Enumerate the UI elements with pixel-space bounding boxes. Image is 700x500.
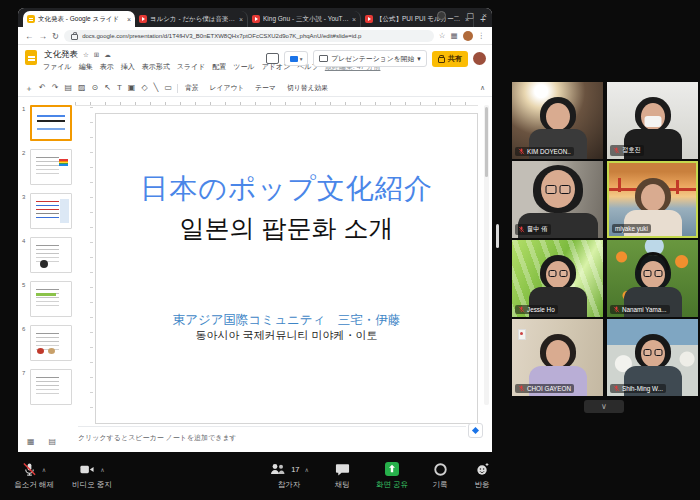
slide-credit-japanese[interactable]: 東アジア国際コミュニティ 三宅・伊藤 — [96, 312, 477, 329]
participant-name-label: miyake yuki — [612, 224, 651, 233]
back-icon[interactable]: ← — [25, 31, 34, 41]
profile-avatar[interactable] — [463, 31, 473, 41]
close-button[interactable]: × — [482, 11, 487, 20]
select-cursor-icon[interactable]: ↖ — [104, 83, 111, 94]
comment-history-icon[interactable] — [266, 53, 279, 64]
share-screen-button[interactable]: 화면 공유 — [366, 461, 418, 490]
grid-view-icon[interactable]: ▤ — [49, 437, 57, 446]
present-caret-icon[interactable]: ▾ — [417, 55, 420, 63]
presenter-view-button[interactable]: ▾ — [284, 51, 308, 66]
menu-item[interactable]: 表示 — [100, 62, 114, 72]
muted-mic-icon — [518, 306, 525, 313]
slide-title-korean[interactable]: 일본의 팝문화 소개 — [96, 212, 477, 245]
view-toggle-icons: ▦ ▤ — [27, 437, 56, 446]
insert-line-icon[interactable]: ╲ — [154, 83, 159, 94]
menu-item[interactable]: 表示形式 — [142, 62, 170, 72]
padlock-icon — [71, 34, 78, 40]
browser-tab[interactable]: King Gnu - 三文小説 - YouTube× — [248, 11, 361, 27]
glasses — [545, 185, 570, 194]
start-presentation-button[interactable]: プレゼンテーションを開始 ▾ — [313, 50, 426, 67]
print-icon[interactable]: ▤ — [64, 83, 72, 94]
document-title[interactable]: 文化発表 — [44, 49, 78, 61]
camera-icon — [79, 462, 95, 477]
collapse-toolbar-icon[interactable]: ∧ — [480, 84, 485, 92]
glasses — [643, 270, 662, 277]
tab-close-icon[interactable]: × — [127, 16, 131, 23]
slide-thumbnail[interactable] — [30, 369, 72, 405]
undo-icon[interactable]: ↶ — [39, 83, 46, 94]
menu-item[interactable]: ツール — [233, 62, 254, 72]
unmute-button[interactable]: ∧ 음소거 해제 — [6, 461, 62, 490]
participant-tile[interactable]: miyake yuki — [607, 161, 698, 238]
menu-item[interactable]: スライド — [177, 62, 206, 72]
browser-profile-icon[interactable] — [437, 11, 446, 20]
extension-icon[interactable]: ▦ — [450, 31, 457, 40]
menu-item[interactable]: ファイル — [43, 62, 72, 72]
toolbar-button[interactable]: 切り替え効果 — [285, 83, 330, 93]
participant-name-label: 畠中 侑 — [515, 224, 551, 235]
mic-options-caret[interactable]: ∧ — [42, 466, 46, 473]
slide-credit-korean[interactable]: 동아시아 국제커뮤니티 미야케・이토 — [96, 328, 477, 343]
slide-thumbnail[interactable] — [30, 281, 72, 317]
participant-tile[interactable]: CHOI GAYEON — [512, 319, 603, 396]
slide-thumbnail[interactable] — [30, 105, 72, 141]
participant-tile[interactable]: KIM DOYEON.. — [512, 82, 603, 159]
participant-tile[interactable]: Shih-Ming W... — [607, 319, 698, 396]
move-folder-icon[interactable]: ⊞ — [94, 51, 99, 59]
insert-comment-icon[interactable]: ▭ — [164, 83, 172, 94]
maximize-button[interactable]: ▢ — [467, 11, 475, 20]
page-url: docs.google.com/presentation/d/1T4fHV3_B… — [82, 33, 361, 39]
address-bar[interactable]: docs.google.com/presentation/d/1T4fHV3_B… — [64, 30, 434, 42]
slide-title-japanese[interactable]: 日本のポップ文化紹介 — [96, 170, 477, 208]
panel-resize-handle[interactable] — [496, 224, 499, 248]
tab-close-icon[interactable]: × — [352, 16, 356, 23]
star-icon[interactable]: ☆ — [83, 51, 89, 59]
gallery-more-chevron-button[interactable]: ∨ — [584, 400, 624, 413]
slide-thumbnail[interactable] — [30, 325, 72, 361]
slide-thumbnail[interactable] — [30, 237, 72, 273]
participant-tile[interactable]: 畠中 侑 — [512, 161, 603, 238]
insert-image-icon[interactable]: ▣ — [128, 83, 136, 94]
video-options-caret[interactable]: ∧ — [100, 466, 104, 473]
zoom-icon[interactable]: ⊙ — [92, 83, 99, 94]
slide-canvas[interactable]: 日本のポップ文化紹介 일본의 팝문화 소개 東アジア国際コミュニティ 三宅・伊藤… — [95, 113, 478, 424]
insert-shape-icon[interactable]: ◇ — [141, 83, 147, 94]
account-avatar[interactable] — [473, 52, 486, 65]
toolbar-button[interactable]: テーマ — [253, 83, 278, 93]
participant-tile[interactable]: 정호진 — [607, 82, 698, 159]
tab-close-icon[interactable]: × — [239, 16, 243, 23]
record-button[interactable]: 기록 — [424, 461, 456, 490]
bookmark-star-icon[interactable]: ☆ — [439, 31, 446, 40]
participants-button[interactable]: 17 ∧ 참가자 — [256, 461, 322, 490]
participants-caret[interactable]: ∧ — [304, 466, 308, 473]
participant-tile[interactable]: Jessie Ho — [512, 240, 603, 317]
text-box-icon[interactable]: T — [117, 83, 122, 94]
browser-menu-icon[interactable]: ⋮ — [478, 31, 486, 40]
forward-icon[interactable]: → — [39, 31, 48, 41]
slide-number: 1 — [22, 106, 25, 112]
chat-button[interactable]: 채팅 — [326, 461, 358, 490]
browser-tab[interactable]: 文化発表 - Google スライド× — [23, 11, 135, 27]
menu-item[interactable]: 配置 — [212, 62, 226, 72]
reload-icon[interactable]: ↻ — [52, 31, 59, 41]
slides-logo-icon[interactable] — [25, 50, 37, 65]
stop-video-button[interactable]: ∧ 비디오 중지 — [64, 461, 120, 490]
toolbar-button[interactable]: 背景 — [183, 83, 201, 93]
share-button[interactable]: 共有 — [432, 51, 468, 67]
new-slide-icon[interactable]: ＋ — [25, 83, 33, 94]
participant-tile[interactable]: Nanami Yama... — [607, 240, 698, 317]
menu-item[interactable]: 挿入 — [121, 62, 135, 72]
slide-thumbnail[interactable] — [30, 193, 72, 229]
filmstrip-view-icon[interactable]: ▦ — [27, 437, 35, 446]
menu-item[interactable]: 編集 — [79, 62, 93, 72]
paint-format-icon[interactable]: ▨ — [78, 83, 86, 94]
redo-icon[interactable]: ↷ — [52, 83, 59, 94]
minimize-button[interactable]: – — [454, 11, 458, 20]
speaker-notes[interactable]: クリックするとスピーカー ノートを追加できます — [78, 426, 466, 452]
explore-icon[interactable] — [468, 423, 483, 438]
reactions-button[interactable]: 반응 — [466, 461, 498, 490]
browser-tab[interactable]: ヨルシカ - だから僕は音楽を辞めた× — [135, 11, 248, 27]
canvas-scrollbar[interactable] — [484, 105, 489, 405]
toolbar-button[interactable]: レイアウト — [208, 83, 247, 93]
slide-thumbnail[interactable] — [30, 149, 72, 185]
